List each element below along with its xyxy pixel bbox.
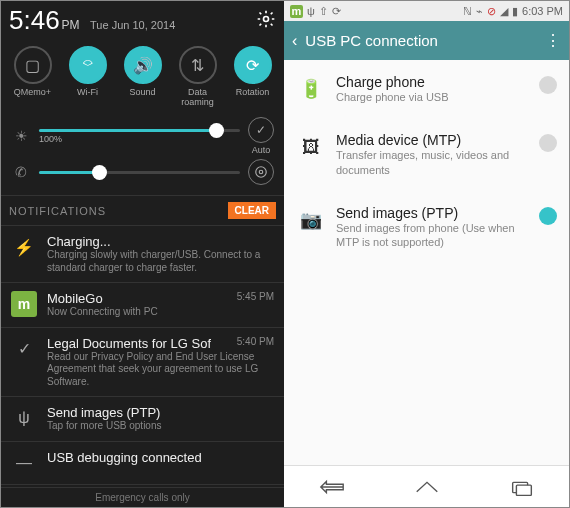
- notification-title: Send images (PTP): [47, 405, 160, 420]
- status-icons-right: ℕ ⌁ ⊘ ◢ ▮ 6:03 PM: [463, 5, 563, 18]
- volume-slider[interactable]: [39, 171, 240, 174]
- notification-body: Charging... Charging slowly with charger…: [47, 234, 274, 274]
- right-status-time: 6:03 PM: [522, 5, 563, 17]
- notification-item[interactable]: ⚡ Charging... Charging slowly with charg…: [1, 226, 284, 283]
- auto-brightness-toggle[interactable]: ✓: [248, 117, 274, 143]
- option-icon: 🔋: [296, 74, 326, 104]
- notification-list: ⚡ Charging... Charging slowly with charg…: [1, 226, 284, 487]
- toggle-data-roaming[interactable]: ⇅Data roaming: [172, 46, 224, 107]
- brightness-percent: 100%: [39, 134, 67, 144]
- sound-icon: 🔊: [124, 46, 162, 84]
- notification-icon: ✓: [11, 336, 37, 362]
- option-body: Charge phone Charge phone via USB: [336, 74, 529, 104]
- right-statusbar: m ψ ⇧ ⟳ ℕ ⌁ ⊘ ◢ ▮ 6:03 PM: [284, 1, 569, 21]
- brightness-slider[interactable]: [39, 129, 240, 132]
- notification-title: Legal Documents for LG Sof: [47, 336, 211, 351]
- mobilego-icon: m: [290, 5, 303, 18]
- toggle-label: Wi-Fi: [77, 87, 98, 97]
- back-icon[interactable]: ‹: [292, 32, 297, 50]
- emergency-footer: Emergency calls only: [1, 487, 284, 507]
- brightness-icon: ☀: [11, 128, 31, 144]
- toggle-wi-fi[interactable]: ⌔Wi-Fi: [62, 46, 114, 107]
- overflow-menu-icon[interactable]: ⋮: [545, 31, 561, 50]
- brightness-row: ☀ 100% ✓ Auto: [11, 117, 274, 155]
- usb-options-list: 🔋 Charge phone Charge phone via USB 🖼 Me…: [284, 60, 569, 465]
- toggle-sound[interactable]: 🔊Sound: [117, 46, 169, 107]
- qmemo+-icon: ▢: [14, 46, 52, 84]
- notification-panel: 5:46PM Tue Jun 10, 2014 ▢QMemo+⌔Wi-Fi🔊So…: [1, 1, 284, 507]
- settings-gear-icon[interactable]: [256, 9, 276, 33]
- rotation-icon: ⟳: [234, 46, 272, 84]
- toggle-label: Data roaming: [172, 87, 224, 107]
- usb-option[interactable]: 🖼 Media device (MTP) Transfer images, mu…: [284, 118, 569, 191]
- notification-title: Charging...: [47, 234, 111, 249]
- option-title: Send images (PTP): [336, 205, 529, 221]
- header-title: USB PC connection: [305, 32, 537, 49]
- bluetooth-icon: ⌁: [476, 5, 483, 18]
- notification-item[interactable]: m MobileGo5:45 PM Now Connecting with PC: [1, 283, 284, 328]
- notification-title: MobileGo: [47, 291, 103, 306]
- auto-label: Auto: [252, 145, 271, 155]
- notification-body: Send images (PTP) Tap for more USB optio…: [47, 405, 274, 433]
- battery-icon: ▮: [512, 5, 518, 18]
- usb-option[interactable]: 📷 Send images (PTP) Send images from pho…: [284, 191, 569, 264]
- svg-point-2: [256, 167, 267, 178]
- notification-text: Read our Privacy Policy and End User Lic…: [47, 351, 274, 389]
- notification-icon: m: [11, 291, 37, 317]
- quick-toggles: ▢QMemo+⌔Wi-Fi🔊Sound⇅Data roaming⟳Rotatio…: [1, 40, 284, 109]
- option-radio[interactable]: [539, 76, 557, 94]
- nav-home-button[interactable]: [410, 476, 444, 498]
- notification-icon: ψ: [11, 405, 37, 431]
- notifications-header: NOTIFICATIONS CLEAR: [1, 195, 284, 226]
- usb-option[interactable]: 🔋 Charge phone Charge phone via USB: [284, 60, 569, 118]
- settings-header: ‹ USB PC connection ⋮: [284, 21, 569, 60]
- nav-back-button[interactable]: [315, 476, 349, 498]
- no-sim-icon: ⊘: [487, 5, 496, 18]
- notification-body: MobileGo5:45 PM Now Connecting with PC: [47, 291, 274, 319]
- notification-time: 5:40 PM: [237, 336, 274, 351]
- notification-time: 5:45 PM: [237, 291, 274, 306]
- left-statusbar: 5:46PM Tue Jun 10, 2014: [1, 1, 284, 40]
- toggle-label: QMemo+: [14, 87, 51, 97]
- option-text: Charge phone via USB: [336, 90, 529, 104]
- status-icons-left: m ψ ⇧ ⟳: [290, 5, 341, 18]
- nav-bar: [284, 465, 569, 507]
- notification-text: Now Connecting with PC: [47, 306, 274, 319]
- notification-icon: —: [11, 450, 37, 476]
- phone-icon: ✆: [11, 164, 31, 180]
- usb-icon: ψ: [307, 5, 315, 17]
- sliders: ☀ 100% ✓ Auto ✆: [1, 109, 284, 195]
- upload-icon: ⇧: [319, 5, 328, 18]
- svg-point-0: [264, 17, 269, 22]
- notification-icon: ⚡: [11, 234, 37, 260]
- option-body: Media device (MTP) Transfer images, musi…: [336, 132, 529, 177]
- option-text: Send images from phone (Use when MTP is …: [336, 221, 529, 250]
- notification-item[interactable]: — USB debugging connected: [1, 442, 284, 485]
- option-title: Media device (MTP): [336, 132, 529, 148]
- notification-body: USB debugging connected: [47, 450, 274, 476]
- notification-item[interactable]: ✓ Legal Documents for LG Sof5:40 PM Read…: [1, 328, 284, 398]
- option-radio[interactable]: [539, 207, 557, 225]
- clear-button[interactable]: CLEAR: [228, 202, 276, 219]
- usb-settings-panel: m ψ ⇧ ⟳ ℕ ⌁ ⊘ ◢ ▮ 6:03 PM ‹ USB PC conne…: [284, 1, 569, 507]
- volume-settings-icon[interactable]: [248, 159, 274, 185]
- notification-text: Charging slowly with charger/USB. Connec…: [47, 249, 274, 274]
- option-radio[interactable]: [539, 134, 557, 152]
- toggle-label: Sound: [129, 87, 155, 97]
- wi-fi-icon: ⌔: [69, 46, 107, 84]
- notification-item[interactable]: ψ Send images (PTP) Tap for more USB opt…: [1, 397, 284, 442]
- option-icon: 📷: [296, 205, 326, 235]
- notification-text: Tap for more USB options: [47, 420, 274, 433]
- nfc-icon: ℕ: [463, 5, 472, 18]
- data roaming-icon: ⇅: [179, 46, 217, 84]
- toggle-rotation[interactable]: ⟳Rotation: [227, 46, 279, 107]
- notification-body: Legal Documents for LG Sof5:40 PM Read o…: [47, 336, 274, 389]
- nav-recent-button[interactable]: [505, 476, 539, 498]
- option-icon: 🖼: [296, 132, 326, 162]
- notifications-label: NOTIFICATIONS: [9, 205, 106, 217]
- option-body: Send images (PTP) Send images from phone…: [336, 205, 529, 250]
- svg-rect-4: [516, 485, 531, 495]
- signal-icon: ◢: [500, 5, 508, 18]
- status-time: 5:46: [9, 5, 60, 35]
- toggle-qmemo-[interactable]: ▢QMemo+: [7, 46, 59, 107]
